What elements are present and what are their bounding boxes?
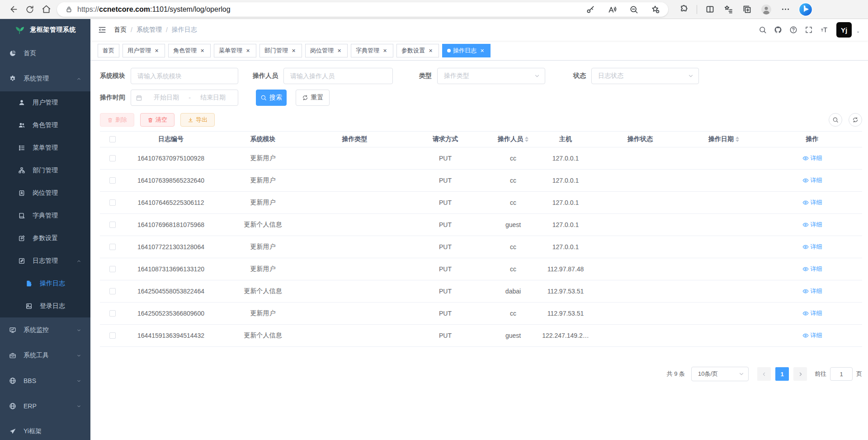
browser-profile-avatar[interactable] [761, 4, 772, 15]
date-range-input[interactable]: 开始日期 - 结束日期 [131, 90, 238, 106]
type-select[interactable]: 操作类型 [437, 68, 545, 84]
page-refresh-button[interactable] [22, 2, 38, 17]
detail-link[interactable]: 详细 [802, 331, 822, 340]
close-icon[interactable]: × [290, 47, 297, 54]
favorites-icon[interactable] [724, 5, 733, 14]
tab[interactable]: 部门管理× [259, 44, 302, 57]
delete-button[interactable]: 删除 [100, 113, 134, 127]
row-checkbox[interactable] [109, 310, 116, 317]
sidebar-item[interactable]: 岗位管理 [0, 182, 90, 204]
lock-icon[interactable] [65, 5, 73, 13]
detail-link[interactable]: 详细 [802, 265, 822, 273]
close-icon[interactable]: × [382, 47, 388, 54]
tab[interactable]: 字典管理× [351, 44, 393, 57]
sidebar-fold-icon[interactable] [98, 25, 107, 34]
sidebar-item[interactable]: 角色管理 [0, 114, 90, 137]
tab[interactable]: 岗位管理× [305, 44, 348, 57]
close-icon[interactable]: × [199, 47, 206, 54]
row-checkbox[interactable] [109, 222, 116, 228]
tab[interactable]: 操作日志× [442, 44, 491, 57]
close-icon[interactable]: × [427, 47, 434, 54]
breadcrumb-home[interactable]: 首页 [114, 26, 127, 34]
github-icon[interactable] [774, 26, 782, 34]
sidebar-item[interactable]: 菜单管理 [0, 137, 90, 159]
sort-icon[interactable] [736, 137, 739, 142]
sidebar-item[interactable]: ERP [0, 393, 90, 419]
module-input[interactable] [131, 68, 238, 84]
clear-button[interactable]: 清空 [140, 113, 175, 127]
sidebar-item[interactable]: 系统工具 [0, 343, 90, 368]
tab[interactable]: 菜单管理× [214, 44, 256, 57]
next-page-button[interactable] [793, 367, 807, 381]
detail-link[interactable]: 详细 [802, 199, 822, 207]
sidebar-item[interactable]: Yi框架 [0, 419, 90, 440]
key-icon[interactable] [586, 5, 595, 14]
extensions-icon[interactable] [679, 5, 689, 14]
sidebar-item[interactable]: BBS [0, 368, 90, 393]
search-icon[interactable] [759, 26, 767, 34]
close-icon[interactable]: × [153, 47, 160, 54]
detail-link[interactable]: 详细 [802, 221, 822, 229]
row-checkbox[interactable] [109, 266, 116, 272]
font-size-icon[interactable] [820, 26, 828, 34]
sidebar-item[interactable]: 操作日志 [0, 272, 90, 295]
tab[interactable]: 参数设置× [396, 44, 439, 57]
tab[interactable]: 用户管理× [123, 44, 165, 57]
select-all-checkbox[interactable] [109, 136, 116, 142]
close-icon[interactable]: × [479, 47, 486, 54]
detail-link[interactable]: 详细 [802, 243, 822, 251]
sidebar-item[interactable]: 日志管理 [0, 250, 90, 272]
prev-page-button[interactable] [757, 367, 771, 381]
sidebar-item[interactable]: 用户管理 [0, 91, 90, 114]
tab[interactable]: 角色管理× [168, 44, 211, 57]
page-number-1[interactable]: 1 [775, 367, 789, 381]
tab[interactable]: 首页 [98, 44, 119, 57]
read-aloud-icon[interactable] [608, 5, 617, 14]
detail-link[interactable]: 详细 [802, 287, 822, 295]
collections-icon[interactable] [742, 5, 752, 14]
sidebar-item[interactable]: 部门管理 [0, 159, 90, 182]
bing-chat-icon[interactable] [798, 2, 813, 17]
back-button[interactable] [5, 2, 22, 17]
zoom-out-icon[interactable] [629, 5, 638, 14]
sidebar-item[interactable]: 登录日志 [0, 295, 90, 317]
page-size-select[interactable]: 10条/页 [691, 367, 749, 381]
close-icon[interactable]: × [336, 47, 343, 54]
row-checkbox[interactable] [109, 177, 116, 184]
more-options-icon[interactable] [781, 5, 790, 14]
sidebar-item[interactable]: 系统监控 [0, 317, 90, 343]
row-checkbox[interactable] [109, 288, 116, 294]
detail-link[interactable]: 详细 [802, 176, 822, 185]
row-checkbox[interactable] [109, 199, 116, 206]
row-checkbox[interactable] [109, 244, 116, 250]
detail-link[interactable]: 详细 [802, 154, 822, 162]
address-bar[interactable]: https://ccnetcore.com:1101/system/log/op… [57, 2, 668, 17]
status-select[interactable]: 日志状态 [591, 68, 699, 84]
row-checkbox[interactable] [109, 155, 116, 161]
sidebar-item[interactable]: 系统管理 [0, 66, 90, 91]
close-icon[interactable]: × [245, 47, 251, 54]
sidebar-item[interactable]: 参数设置 [0, 227, 90, 250]
row-checkbox[interactable] [109, 332, 116, 339]
fullscreen-icon[interactable] [805, 26, 813, 34]
leaf-logo-icon [14, 24, 25, 35]
app-logo[interactable]: 意框架管理系统 [0, 19, 90, 41]
help-icon[interactable] [789, 26, 797, 34]
reset-button[interactable]: 重置 [296, 90, 330, 106]
split-screen-icon[interactable] [705, 5, 715, 14]
show-search-button[interactable] [829, 113, 842, 127]
caret-down-icon[interactable] [855, 29, 861, 35]
home-button[interactable] [38, 2, 54, 17]
goto-page-input[interactable] [830, 367, 853, 381]
sidebar-item[interactable]: 字典管理 [0, 204, 90, 227]
detail-link[interactable]: 详细 [802, 309, 822, 317]
operator-input[interactable] [283, 68, 393, 84]
favorite-add-icon[interactable] [651, 5, 660, 14]
sort-icon[interactable] [525, 137, 528, 142]
monitor-icon [9, 326, 16, 334]
user-avatar[interactable]: Yj [836, 22, 852, 38]
search-button[interactable]: 搜索 [256, 90, 287, 106]
refresh-table-button[interactable] [849, 113, 862, 127]
export-button[interactable]: 导出 [180, 113, 215, 127]
sidebar-item[interactable]: 首页 [0, 41, 90, 66]
